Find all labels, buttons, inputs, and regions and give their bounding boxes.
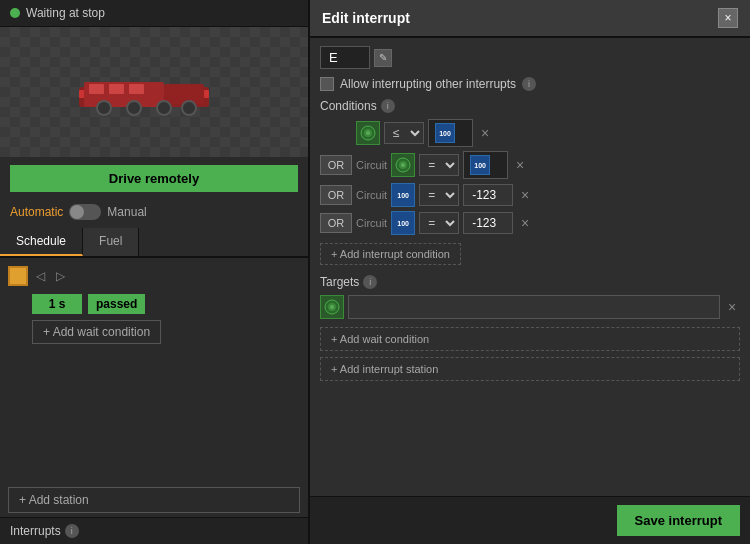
svg-rect-3 (89, 84, 104, 94)
svg-point-20 (330, 305, 334, 309)
allow-interrupting-label: Allow interrupting other interrupts (340, 77, 516, 91)
vehicle-svg (79, 62, 229, 122)
operator-select-1[interactable]: ≤=≥≠ (384, 122, 424, 144)
toggle-knob (70, 205, 84, 219)
remove-target-1[interactable]: × (724, 299, 740, 315)
conditions-section: Conditions i ≤=≥≠ 100 (320, 99, 740, 265)
conditions-info-icon: i (381, 99, 395, 113)
stop-icon (8, 266, 28, 286)
add-interrupt-station-button[interactable]: + Add interrupt station (320, 357, 740, 381)
interrupts-label: Interrupts (10, 524, 61, 538)
operator-select-4[interactable]: =≤≥≠ (419, 212, 459, 234)
left-panel: Waiting at stop Drive remotely Automatic… (0, 0, 310, 544)
condition-type-3: Circuit (356, 189, 387, 201)
right-panel: Edit interrupt × E ✎ Allow interrupting … (310, 0, 750, 544)
status-dot (10, 8, 20, 18)
remove-condition-1[interactable]: × (477, 125, 493, 141)
svg-rect-10 (79, 90, 84, 98)
status-text: Waiting at stop (26, 6, 105, 20)
auto-manual-row: Automatic Manual (0, 200, 308, 228)
svg-rect-2 (164, 84, 204, 104)
svg-point-9 (182, 101, 196, 115)
value-box-1: 100 (428, 119, 473, 147)
condition-type-2: Circuit (356, 159, 387, 171)
automatic-label: Automatic (10, 205, 63, 219)
or-row-3: OR Circuit 100 =≤≥≠ -123 × (320, 183, 740, 207)
left-arrow-icon: ◁ (32, 268, 48, 284)
remove-condition-2[interactable]: × (512, 157, 528, 173)
svg-rect-4 (109, 84, 124, 94)
circuit-icon-2 (391, 153, 415, 177)
condition-row-1: ≤=≥≠ 100 × (356, 119, 740, 147)
condition-type-4: Circuit (356, 217, 387, 229)
targets-section: Targets i × + Add wait condition + Add i… (320, 275, 740, 383)
operator-select-2[interactable]: =≤≥≠ (419, 154, 459, 176)
operator-select-3[interactable]: =≤≥≠ (419, 184, 459, 206)
svg-rect-11 (204, 90, 209, 98)
passed-badge: passed (88, 294, 145, 314)
svg-point-8 (157, 101, 171, 115)
or-row-2: OR Circuit =≤≥≠ 100 × (320, 151, 740, 179)
manual-label: Manual (107, 205, 146, 219)
circuit-icon-1 (356, 121, 380, 145)
target-row-1: × (320, 295, 740, 319)
add-interrupt-condition-button[interactable]: + Add interrupt condition (320, 243, 461, 265)
modal-footer: Save interrupt (310, 496, 750, 544)
svg-rect-5 (129, 84, 144, 94)
or-button-3[interactable]: OR (320, 213, 352, 233)
interrupts-info-icon: i (65, 524, 79, 538)
conditions-label: Conditions i (320, 99, 740, 113)
modal-title: Edit interrupt (322, 10, 410, 26)
value-icon-1: 100 (435, 123, 455, 143)
svg-point-17 (401, 163, 405, 167)
allow-interrupting-info-icon: i (522, 77, 536, 91)
interrupts-bar: Interrupts i (0, 517, 308, 544)
tab-fuel[interactable]: Fuel (83, 228, 139, 256)
add-wait-condition-button-right[interactable]: + Add wait condition (320, 327, 740, 351)
modal-body: E ✎ Allow interrupting other interrupts … (310, 38, 750, 496)
schedule-content: ◁ ▷ 1 s passed + Add wait condition (0, 258, 308, 483)
wait-row: 1 s passed (32, 294, 300, 314)
svg-point-6 (97, 101, 111, 115)
or-button-2[interactable]: OR (320, 185, 352, 205)
modal-header: Edit interrupt × (310, 0, 750, 38)
save-interrupt-button[interactable]: Save interrupt (617, 505, 740, 536)
remove-condition-3[interactable]: × (517, 187, 533, 203)
value-text-3: -123 (463, 184, 513, 206)
stop-row: ◁ ▷ (8, 266, 300, 286)
or-row-4: OR Circuit 100 =≤≥≠ -123 × (320, 211, 740, 235)
edit-name-box[interactable]: E (320, 46, 370, 69)
close-button[interactable]: × (718, 8, 738, 28)
auto-manual-toggle[interactable] (69, 204, 101, 220)
targets-label: Targets i (320, 275, 740, 289)
value-text-4: -123 (463, 212, 513, 234)
svg-point-14 (366, 131, 370, 135)
drive-remotely-button[interactable]: Drive remotely (10, 165, 298, 192)
allow-interrupting-row: Allow interrupting other interrupts i (320, 77, 740, 91)
right-arrow-icon: ▷ (52, 268, 68, 284)
circuit-value-icon-4: 100 (391, 211, 415, 235)
svg-point-7 (127, 101, 141, 115)
remove-condition-4[interactable]: × (517, 215, 533, 231)
circuit-value-icon-3: 100 (391, 183, 415, 207)
target-bar (348, 295, 720, 319)
add-wait-condition-button[interactable]: + Add wait condition (32, 320, 161, 344)
value-box-2: 100 (463, 151, 508, 179)
value-icon-2: 100 (470, 155, 490, 175)
allow-interrupting-checkbox[interactable] (320, 77, 334, 91)
edit-pencil-icon[interactable]: ✎ (374, 49, 392, 67)
edit-name-row: E ✎ (320, 46, 740, 69)
target-circuit-icon (320, 295, 344, 319)
add-station-button[interactable]: + Add station (8, 487, 300, 513)
status-bar: Waiting at stop (0, 0, 308, 27)
vehicle-preview (0, 27, 308, 157)
targets-info-icon: i (363, 275, 377, 289)
or-button-1[interactable]: OR (320, 155, 352, 175)
tab-bar: Schedule Fuel (0, 228, 308, 258)
tab-schedule[interactable]: Schedule (0, 228, 83, 256)
wait-time: 1 s (32, 294, 82, 314)
